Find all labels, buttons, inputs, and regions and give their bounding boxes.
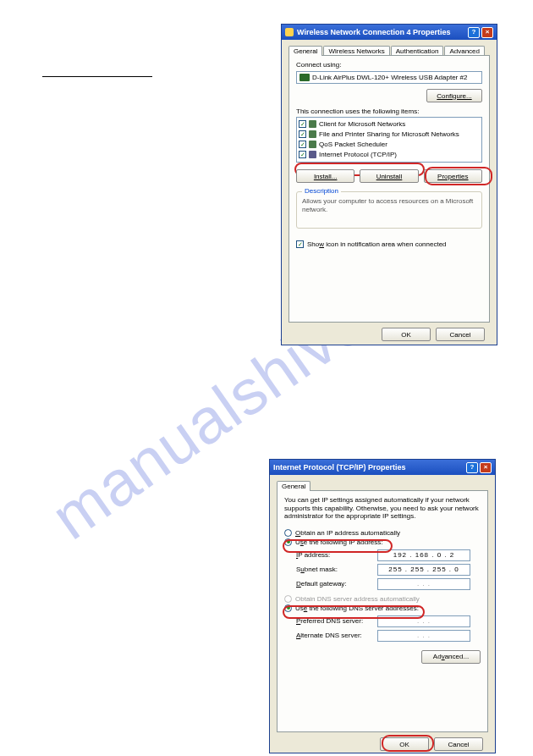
ok-button[interactable]: OK [380,737,429,751]
radio-use-ip-row[interactable]: Use the following IP address: [284,538,481,546]
list-item-tcpip[interactable]: ✓Internet Protocol (TCP/IP) [299,149,480,159]
radio-auto-dns-label: Obtain DNS server address automatically [295,595,420,603]
tcpip-properties-dialog: Internet Protocol (TCP/IP) Properties ? … [269,459,496,753]
uninstall-button[interactable]: Uninstall [360,169,418,183]
gateway-field[interactable]: . . . [377,578,470,590]
titlebar: Internet Protocol (TCP/IP) Properties ? … [270,460,495,475]
radio-icon[interactable] [284,529,292,537]
help-button[interactable]: ? [468,27,480,38]
pref-dns-label: Preferred DNS server: [296,617,377,625]
network-icon [309,120,316,128]
radio-icon[interactable] [284,604,292,612]
wireless-properties-dialog: Wireless Network Connection 4 Properties… [281,24,497,345]
intro-text: You can get IP settings assigned automat… [284,496,481,521]
tab-general[interactable]: General [277,481,310,491]
show-icon-label: Show icon in notification area when conn… [307,240,447,248]
close-button[interactable]: × [480,462,492,473]
tab-general[interactable]: General [288,46,322,56]
radio-use-dns-row[interactable]: Use the following DNS server addresses: [284,604,481,612]
network-icon [309,130,316,138]
wireless-icon [285,28,294,36]
list-item[interactable]: ✓Client for Microsoft Networks [299,119,480,129]
cancel-button[interactable]: Cancel [436,328,485,341]
adapter-icon [299,74,310,81]
titlebar: Wireless Network Connection 4 Properties… [282,25,497,40]
adapter-field: D-Link AirPlus DWL-120+ Wireless USB Ada… [296,71,482,84]
ip-address-label: IP address: [296,551,377,559]
window-title: Internet Protocol (TCP/IP) Properties [273,463,406,472]
protocol-icon [309,151,316,158]
gateway-label: Default gateway: [296,580,377,588]
properties-button[interactable]: Properties [424,169,482,183]
network-icon [309,141,316,148]
list-item[interactable]: ✓File and Printer Sharing for Microsoft … [299,129,480,139]
radio-use-ip-label: Use the following IP address: [295,538,382,546]
window-title: Wireless Network Connection 4 Properties [297,28,450,36]
install-button[interactable]: Install... [296,169,354,183]
ip-address-field[interactable]: 192 . 168 . 0 . 2 [377,549,470,561]
show-icon-checkbox[interactable]: ✓ [296,240,304,248]
cancel-button[interactable]: Cancel [434,737,483,751]
close-button[interactable]: × [481,27,493,38]
items-list[interactable]: ✓Client for Microsoft Networks ✓File and… [296,117,482,163]
checkbox-icon[interactable]: ✓ [299,130,306,138]
checkbox-icon[interactable]: ✓ [299,120,306,128]
alt-dns-label: Alternate DNS server: [296,632,377,639]
checkbox-icon[interactable]: ✓ [299,151,306,158]
ok-button[interactable]: OK [382,328,431,341]
advanced-button[interactable]: Advanced... [421,650,481,664]
heading-underline [42,76,152,77]
radio-use-dns-label: Use the following DNS server addresses: [295,604,419,612]
alt-dns-field[interactable]: . . . [377,630,470,642]
help-button[interactable]: ? [466,462,478,473]
items-label: This connection uses the following items… [296,108,482,115]
radio-icon[interactable] [284,538,292,546]
checkbox-icon[interactable]: ✓ [299,141,306,148]
description-text: Allows your computer to access resources… [302,197,476,213]
connect-using-label: Connect using: [296,61,482,69]
radio-auto-ip-label: Obtain an IP address automatically [295,529,400,537]
configure-button[interactable]: Configure... [426,89,482,102]
adapter-name: D-Link AirPlus DWL-120+ Wireless USB Ada… [312,74,467,81]
radio-auto-ip-row[interactable]: Obtain an IP address automatically [284,529,481,537]
subnet-field[interactable]: 255 . 255 . 255 . 0 [377,564,470,576]
radio-auto-dns-row: Obtain DNS server address automatically [284,595,481,603]
subnet-label: Subnet mask: [296,566,377,573]
pref-dns-field[interactable]: . . . [377,615,470,627]
list-item[interactable]: ✓QoS Packet Scheduler [299,139,480,149]
radio-icon [284,595,292,603]
description-title: Description [302,187,341,195]
